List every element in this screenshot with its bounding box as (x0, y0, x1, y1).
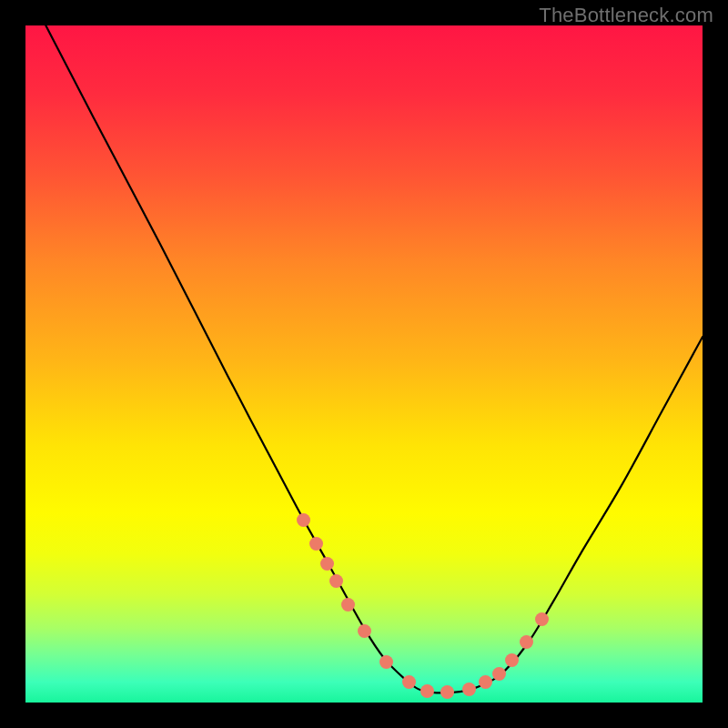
highlight-marker (505, 653, 519, 667)
highlight-marker (297, 513, 310, 527)
highlight-marker (535, 612, 549, 626)
highlight-marker (309, 537, 323, 551)
outer-frame: TheBottleneck.com (0, 0, 728, 728)
highlight-marker (329, 574, 343, 588)
highlight-marker (358, 624, 371, 638)
highlight-marker (341, 598, 355, 612)
highlight-marker (379, 655, 393, 669)
highlight-marker (492, 667, 506, 681)
highlight-marker (320, 557, 334, 571)
highlight-marker (402, 675, 416, 689)
plot-area (25, 25, 703, 703)
highlight-marker (420, 684, 434, 698)
highlight-marker (479, 675, 492, 689)
markers-layer (25, 25, 703, 703)
highlight-marker (520, 635, 533, 649)
watermark-text: TheBottleneck.com (539, 4, 713, 27)
highlight-marker (440, 685, 454, 699)
highlight-marker (462, 682, 476, 696)
